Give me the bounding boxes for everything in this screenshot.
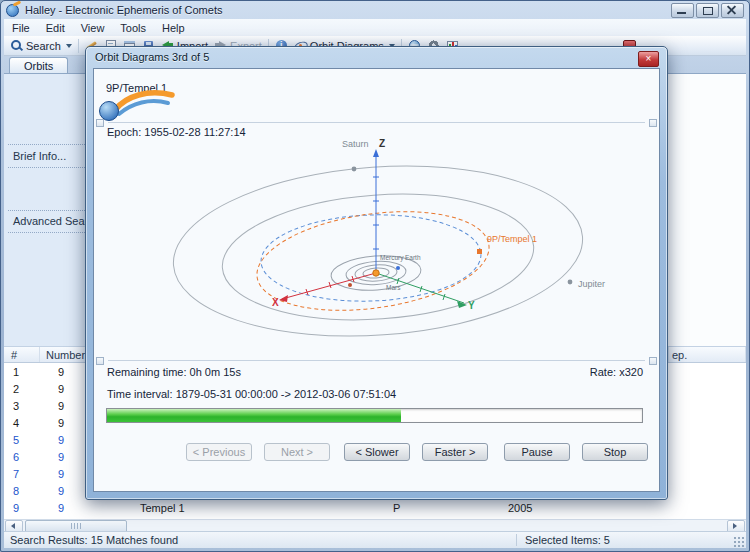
cell-year: 2005: [504, 502, 669, 514]
menu-tools[interactable]: Tools: [112, 21, 154, 35]
dialog-body: 9P/Tempel 1 Epoch: 1955-02-28 11:27:14: [93, 68, 660, 492]
cell-index: 1: [4, 366, 40, 378]
stop-button[interactable]: Stop: [582, 443, 648, 461]
minimize-button[interactable]: [671, 3, 694, 18]
cell-index: 3: [4, 400, 40, 412]
cell-index: 8: [4, 485, 40, 497]
saturn-label: Saturn: [342, 139, 369, 149]
cell-number: 9: [40, 502, 100, 514]
y-axis-label: Y: [468, 300, 475, 311]
dialog-title: Orbit Diagrams 3rd of 5: [86, 47, 667, 68]
cell-index: 5: [4, 434, 40, 446]
column-header-index[interactable]: #: [4, 347, 40, 362]
cell-index: 7: [4, 468, 40, 480]
earth-dot: [396, 266, 400, 270]
status-results: Search Results: 15 Matches found: [4, 534, 178, 546]
menu-view[interactable]: View: [73, 21, 113, 35]
status-bar: Search Results: 15 Matches found Selecte…: [4, 531, 746, 548]
sun-dot: [373, 270, 379, 276]
progress-bar: [106, 408, 643, 423]
title-bar: Halley - Electronic Ephemeris of Comets: [1, 1, 749, 19]
saturn-dot: [352, 167, 357, 172]
menu-edit[interactable]: Edit: [38, 21, 73, 35]
splitter-handle[interactable]: [96, 357, 104, 365]
remaining-time-label: Remaining time: 0h 0m 15s: [107, 366, 241, 378]
comet-dot: [477, 249, 482, 254]
faster-button[interactable]: Faster >: [422, 443, 488, 461]
previous-button: < Previous: [186, 443, 252, 461]
splitter-bottom: [96, 356, 657, 365]
menu-help[interactable]: Help: [154, 21, 193, 35]
cell-name: Tempel 1: [100, 502, 389, 514]
search-label: Search: [26, 40, 61, 52]
resize-grip[interactable]: [733, 536, 744, 547]
rate-label: Rate: x320: [590, 366, 643, 378]
maximize-button[interactable]: [696, 3, 719, 18]
cell-index: 2: [4, 383, 40, 395]
mercury-label: Mercury: [380, 254, 404, 262]
status-selected: Selected Items: 5: [517, 534, 733, 546]
x-axis-label: X: [272, 297, 279, 308]
search-icon: [10, 39, 23, 52]
chevron-down-icon: [66, 44, 72, 48]
jupiter-dot: [568, 280, 573, 285]
earth-label: Earth: [405, 254, 421, 261]
section-brief-info[interactable]: Brief Info...: [13, 150, 66, 162]
tab-orbits[interactable]: Orbits: [9, 57, 68, 74]
comet-orbit-label: 9P/Tempel 1: [487, 234, 537, 244]
column-header-ep[interactable]: ep.: [669, 347, 746, 362]
splitter-handle[interactable]: [649, 357, 657, 365]
mars-label: Mars: [386, 284, 401, 291]
comet-logo: [92, 90, 176, 122]
progress-fill: [107, 409, 401, 422]
menu-file[interactable]: File: [4, 21, 38, 35]
z-axis-label: Z: [379, 138, 385, 149]
cell-index: 6: [4, 451, 40, 463]
dialog-close-button[interactable]: ×: [638, 51, 659, 67]
table-row[interactable]: 9 9 Tempel 1 P 2005: [4, 499, 746, 516]
window-title: Halley - Electronic Ephemeris of Comets: [25, 4, 222, 16]
mars-dot: [348, 283, 352, 287]
orbit-diagram: Saturn Z Jupiter 9P/Tempel 1 X Y Mercury…: [96, 129, 659, 354]
search-button[interactable]: Search: [7, 38, 75, 53]
next-button: Next >: [264, 443, 330, 461]
close-button[interactable]: [721, 3, 744, 18]
pause-button[interactable]: Pause: [504, 443, 570, 461]
cell-index: 9: [4, 502, 40, 514]
cell-type: P: [389, 502, 504, 514]
jupiter-label: Jupiter: [578, 279, 605, 289]
slower-button[interactable]: < Slower: [344, 443, 410, 461]
cell-index: 4: [4, 417, 40, 429]
menu-bar: File Edit View Tools Help: [4, 19, 746, 36]
time-interval-label: Time interval: 1879-05-31 00:00:00 -> 20…: [107, 388, 396, 400]
toolbar-separator: [78, 39, 79, 53]
app-icon: [6, 4, 19, 17]
splitter-handle[interactable]: [649, 119, 657, 127]
